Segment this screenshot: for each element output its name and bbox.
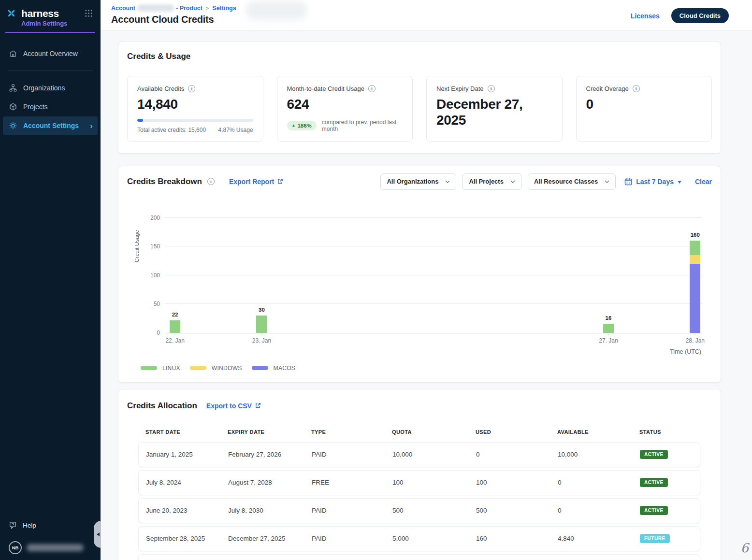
available-credits-card: Available Credits 14,840 Total active cr… [127, 76, 263, 142]
clear-filters-link[interactable]: Clear [695, 178, 712, 186]
brand-row: harness [0, 0, 101, 19]
status-badge: ACTIVE [640, 450, 668, 459]
cell-available: 0 [558, 479, 640, 486]
x-tick-mark [695, 333, 695, 335]
sidebar-nav: Account OverviewOrganizationsProjectsAcc… [0, 44, 101, 135]
cell-start: June 20, 2023 [146, 507, 228, 514]
licenses-link[interactable]: Licenses [631, 12, 660, 20]
cloud-credits-button[interactable]: Cloud Credits [671, 8, 729, 23]
sidebar-item-account-settings[interactable]: Account Settings› [3, 116, 98, 135]
topbar: Account - Product > Settings Account Clo… [101, 0, 752, 30]
export-report-link[interactable]: Export Report [229, 178, 283, 186]
breadcrumb-redaction [137, 4, 174, 12]
sidebar-item-account-overview[interactable]: Account Overview [0, 44, 101, 63]
info-icon[interactable] [188, 85, 195, 92]
select-all-resource-classes[interactable]: All Resource Classes [528, 173, 616, 190]
select-all-organizations[interactable]: All Organizations [380, 173, 456, 190]
allocation-table-body: January 1, 2025February 27, 2026PAID10,0… [138, 442, 700, 551]
y-tick-label: 150 [143, 243, 160, 250]
external-link-icon [277, 178, 283, 185]
delta-note: compared to prev. period last month [322, 119, 403, 132]
next-expiry-value: December 27, 2025 [436, 97, 535, 129]
mtd-usage-label: Month-to-date Credit Usage [287, 85, 364, 92]
date-range-filter[interactable]: Last 7 Days [624, 178, 681, 186]
info-icon[interactable] [368, 85, 376, 92]
avatar[interactable]: NB [9, 541, 22, 554]
user-row[interactable]: NB [0, 534, 101, 558]
gear-icon [9, 121, 17, 130]
x-tick-label: 23. Jan [252, 337, 271, 344]
breadcrumb-account-link[interactable]: Account - Product [111, 4, 202, 12]
help-chat-icon [9, 521, 17, 530]
collapse-arrow-icon [95, 532, 100, 536]
cell-quota: 100 [392, 479, 476, 486]
credits-breakdown-chart: Credit Usage 0501001502002222. Jan3023. … [165, 218, 702, 355]
legend-swatch [190, 366, 206, 370]
status-badge: FUTURE [640, 534, 670, 543]
sidebar-collapse-handle[interactable] [94, 521, 101, 548]
credit-overage-card: Credit Overage 0 [576, 76, 712, 142]
cell-start: September 28, 2025 [146, 535, 228, 542]
column-header-type: TYPE [311, 429, 392, 435]
column-header-expiry-date: EXPIRY DATE [228, 429, 311, 435]
cell-quota: 10,000 [392, 451, 476, 458]
brand-name: harness [21, 8, 59, 19]
info-icon[interactable] [207, 178, 215, 185]
filters-container: All OrganizationsAll ProjectsAll Resourc… [380, 173, 712, 190]
credits-usage-panel: Credits & Usage Available Credits 14,840… [118, 42, 721, 154]
arrow-up-icon: ▲ [292, 124, 296, 128]
bar-value-label: 22 [172, 312, 178, 317]
cell-type: PAID [312, 535, 392, 542]
mtd-usage-card: Month-to-date Credit Usage 624 ▲ 186% co… [277, 76, 413, 142]
harness-logo-icon [5, 7, 17, 19]
chart-plot: Credit Usage 0501001502002222. Jan3023. … [165, 218, 702, 333]
cell-type: PAID [312, 507, 392, 514]
bar-segment-linux [603, 324, 614, 333]
admin-settings-label: Admin Settings [21, 20, 101, 27]
sidebar-bottom: Help NB [0, 516, 101, 560]
sidebar-item-organizations[interactable]: Organizations [0, 79, 101, 97]
bar-segment-linux [170, 320, 180, 333]
y-axis-label: Credit Usage [134, 224, 140, 268]
usage-percent: 4.87% Usage [218, 127, 253, 133]
allocation-table: START DATEEXPIRY DATETYPEQUOTAUSEDAVAILA… [138, 429, 700, 560]
help-button[interactable]: Help [0, 516, 101, 534]
table-row: January 1, 2025February 27, 2026PAID10,0… [138, 442, 700, 467]
home-icon [9, 49, 17, 58]
page: harness Admin Settings Account OverviewO… [0, 0, 752, 560]
bar-23-jan[interactable] [256, 218, 267, 333]
legend-item-linux[interactable]: LINUX [141, 365, 180, 372]
redacted-username [27, 544, 84, 551]
select-all-projects[interactable]: All Projects [463, 173, 521, 190]
cell-expiry: July 8, 2030 [228, 507, 312, 514]
legend-swatch [252, 366, 268, 370]
gridline [165, 217, 702, 218]
y-tick-label: 200 [143, 215, 160, 221]
export-csv-link[interactable]: Export to CSV [206, 402, 261, 410]
sidebar-item-projects[interactable]: Projects [0, 98, 101, 116]
cell-quota: 500 [392, 507, 476, 514]
cell-available: 4,840 [558, 535, 640, 542]
cell-available: 0 [558, 507, 640, 514]
gridline [165, 303, 702, 304]
legend-item-macos[interactable]: MACOS [252, 365, 296, 372]
status-badge: ACTIVE [640, 506, 668, 515]
column-header-used: USED [476, 429, 557, 435]
x-tick-label: 28. Jan [686, 337, 705, 344]
credit-overage-label: Credit Overage [586, 85, 629, 92]
x-axis-label: Time (UTC) [165, 348, 701, 355]
chevron-down-icon [510, 180, 515, 183]
info-icon[interactable] [633, 85, 640, 92]
credits-progress-track [137, 119, 253, 122]
legend-item-windows[interactable]: WINDOWS [190, 365, 242, 372]
apps-grid-icon[interactable] [85, 9, 93, 17]
cell-used: 160 [476, 535, 558, 542]
chevron-down-icon [445, 180, 450, 183]
x-tick-mark [261, 333, 262, 335]
breadcrumb-settings-link[interactable]: Settings [212, 5, 236, 12]
info-icon[interactable] [488, 85, 495, 92]
bar-value-label: 30 [259, 307, 265, 313]
external-link-icon [255, 402, 261, 409]
handwritten-annotation: 6 [740, 541, 749, 555]
credits-breakdown-panel: Credits Breakdown Export Report All Orga… [118, 166, 721, 383]
